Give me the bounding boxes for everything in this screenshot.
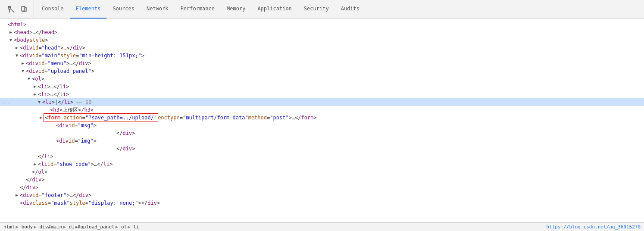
dom-row-form[interactable]: ▶ <form action="?save_path=../upload/" e… — [0, 114, 644, 122]
dom-row-footer[interactable]: ▶ <div id="footer">…</div> — [0, 191, 644, 199]
dom-row-ol[interactable]: ▼ <ol> — [0, 75, 644, 83]
dom-row-head[interactable]: ▶ <head>…</head> — [0, 28, 644, 36]
tab-elements[interactable]: Elements — [70, 0, 107, 19]
dom-row-div-msg[interactable]: <div id="msg"> — [0, 122, 644, 129]
tab-memory[interactable]: Memory — [221, 0, 251, 19]
row-arrow[interactable]: ▼ — [14, 52, 20, 59]
row-arrow[interactable]: ▼ — [36, 98, 42, 106]
row-arrow[interactable]: ▶ — [38, 114, 44, 122]
row-arrow[interactable]: ▶ — [32, 160, 38, 168]
device-icon — [21, 6, 28, 13]
dom-row-div-head[interactable]: ▶ <div id="head">…</div> — [0, 44, 644, 52]
dom-row-close-upload-panel[interactable]: </div> — [0, 176, 644, 184]
row-arrow[interactable]: ▶ — [14, 44, 20, 52]
svg-rect-4 — [24, 8, 27, 11]
dom-row-close-main[interactable]: </div> — [0, 184, 644, 191]
devtools-content: <html> ▶ <head>…</head> ▼ <body style> ▶… — [0, 19, 644, 231]
row-arrow[interactable]: ▶ — [8, 28, 14, 36]
row-arrow[interactable]: ▶ — [32, 83, 38, 91]
dom-row-mask[interactable]: <div class="mask" style="display: none;"… — [0, 199, 644, 207]
breadcrumb-ol[interactable]: ol — [116, 224, 127, 230]
dom-row-div-menu[interactable]: ▶ <div id="menu">…</div> — [0, 59, 644, 67]
tab-network[interactable]: Network — [141, 0, 175, 19]
dom-row-close-li[interactable]: </li> — [0, 153, 644, 160]
breadcrumb-main[interactable]: div#main — [34, 224, 62, 230]
dom-row-div-main[interactable]: ▼ <div id="main" style="min-height: 151p… — [0, 52, 644, 59]
row-arrow[interactable]: ▶ — [14, 191, 20, 199]
dom-row-li-1[interactable]: ▶ <li>…</li> — [0, 83, 644, 91]
breadcrumb-li[interactable]: li — [128, 224, 139, 230]
dom-row-close-ol[interactable]: </ol> — [0, 168, 644, 176]
dom-row-div-img[interactable]: <div id="img"> — [0, 137, 644, 145]
dom-row-close-img[interactable]: </div> — [0, 145, 644, 153]
tabs-nav: Console Elements Sources Network Perform… — [34, 0, 367, 19]
tab-performance[interactable]: Performance — [175, 0, 221, 19]
tab-audits[interactable]: Audits — [335, 0, 366, 19]
tab-sources[interactable]: Sources — [106, 0, 141, 19]
dom-row-close-msg[interactable]: </div> — [0, 129, 644, 137]
breadcrumb-upload-panel[interactable]: div#upload_panel — [63, 224, 114, 230]
tab-application[interactable]: Application — [251, 0, 297, 19]
dom-row-li-selected[interactable]: ... ▼ <li>|</li>== $0 — [0, 98, 644, 106]
dom-row-li-show-code[interactable]: ▶ <li id="show_code">…</li> — [0, 160, 644, 168]
row-arrow[interactable]: ▼ — [20, 67, 26, 75]
row-arrow[interactable]: ▶ — [20, 59, 26, 67]
device-mode-button[interactable] — [18, 3, 30, 16]
devtools-toolbar: Console Elements Sources Network Perform… — [0, 0, 644, 19]
status-bar: html body div#main div#upload_panel ol l… — [0, 222, 644, 231]
dots-indicator: ... — [2, 98, 12, 106]
status-url: https://blog.csdn.net/aq_36015270 — [546, 224, 641, 230]
row-arrow[interactable]: ▼ — [8, 36, 14, 44]
dom-row-li-2[interactable]: ▶ <li>…</li> — [0, 91, 644, 98]
row-arrow[interactable]: ▼ — [26, 75, 32, 83]
breadcrumb-body[interactable]: body — [16, 224, 33, 230]
inspect-button[interactable] — [5, 3, 17, 16]
dom-row-body[interactable]: ▼ <body style> — [0, 36, 644, 44]
dom-row-upload-panel[interactable]: ▼ <div id="upload_panel"> — [0, 67, 644, 75]
toolbar-icons — [2, 0, 34, 19]
row-arrow[interactable]: ▶ — [32, 91, 38, 98]
tab-security[interactable]: Security — [298, 0, 335, 19]
svg-rect-3 — [22, 6, 25, 11]
inspect-icon — [8, 6, 15, 13]
dom-row-h3[interactable]: <h3>上传区</h3> — [0, 106, 644, 114]
dom-tree[interactable]: <html> ▶ <head>…</head> ▼ <body style> ▶… — [0, 19, 644, 222]
tab-console[interactable]: Console — [36, 0, 70, 19]
breadcrumb: html body div#main div#upload_panel ol l… — [3, 224, 139, 230]
form-outline: <form action="?save_path=../upload/" — [44, 114, 158, 122]
dom-row-html[interactable]: <html> — [0, 21, 644, 28]
breadcrumb-html[interactable]: html — [3, 224, 15, 230]
